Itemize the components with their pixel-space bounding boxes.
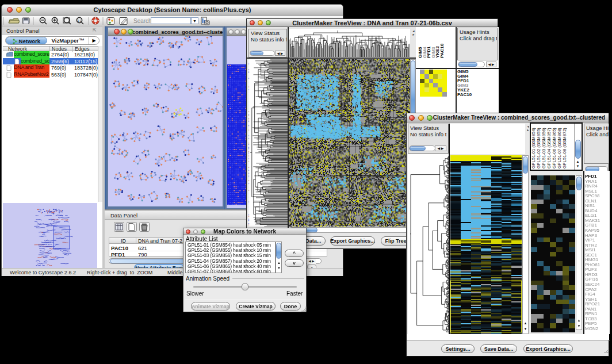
svg-text:1:1: 1:1 (78, 19, 82, 22)
